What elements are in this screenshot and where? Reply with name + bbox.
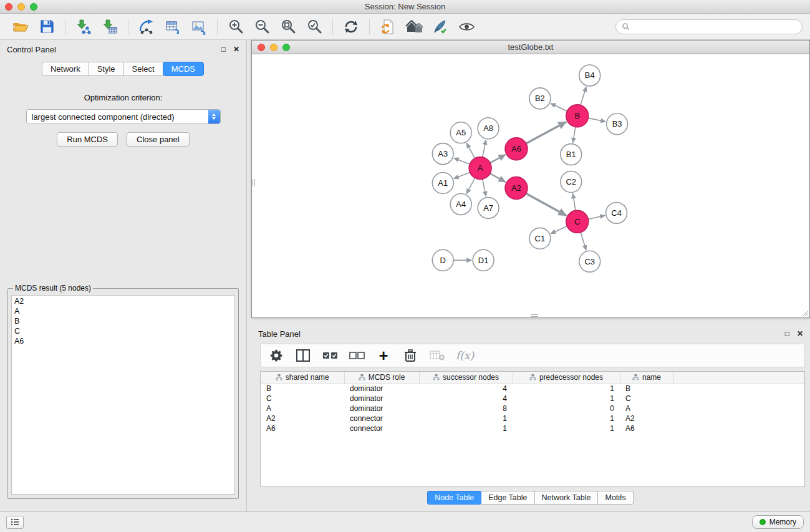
graph-edge-A6-B[interactable] — [526, 122, 566, 143]
apply-style-button[interactable] — [428, 16, 452, 38]
graph-node-A6[interactable]: A6 — [505, 138, 528, 160]
graph-node-B3[interactable]: B3 — [607, 114, 628, 135]
table-row-c[interactable]: Cdominator41C — [261, 394, 804, 404]
tab-style[interactable]: Style — [89, 62, 124, 76]
column-header-name[interactable]: name — [620, 372, 673, 384]
resize-corner-icon[interactable] — [802, 310, 809, 317]
column-header-shared-name[interactable]: shared name — [261, 372, 344, 384]
zoom-in-button[interactable] — [224, 16, 248, 38]
graph-node-A4[interactable]: A4 — [450, 193, 471, 215]
graph-edge-C-C2[interactable] — [573, 193, 576, 210]
graph-edge-A-A3[interactable] — [454, 158, 470, 164]
home-first-neighbors-button[interactable] — [402, 16, 426, 38]
zoom-window-button[interactable] — [30, 3, 37, 11]
left-grip-icon[interactable] — [253, 179, 255, 186]
graph-edge-B-B4[interactable] — [581, 87, 586, 105]
run-mcds-button[interactable]: Run MCDS — [57, 132, 118, 147]
graph-node-A1[interactable]: A1 — [432, 173, 453, 194]
refresh-view-button[interactable] — [339, 16, 363, 38]
result-item-a[interactable]: A — [14, 306, 232, 316]
graph-node-A2[interactable]: A2 — [505, 177, 528, 200]
float-panel-icon[interactable]: □ — [221, 46, 226, 53]
tab-network-table[interactable]: Network Table — [534, 491, 599, 505]
zoom-selected-button[interactable] — [302, 16, 326, 38]
result-item-b[interactable]: B — [14, 316, 232, 326]
graph-node-B4[interactable]: B4 — [579, 65, 600, 86]
graph-node-C1[interactable]: C1 — [529, 228, 551, 249]
close-window-button[interactable] — [5, 3, 12, 11]
tab-select[interactable]: Select — [123, 62, 163, 76]
network-canvas[interactable]: B4B2BB3A5A8A6B1A3AC2A1A2A4A7C4CC1C3DD1 — [252, 54, 809, 317]
new-table-button[interactable] — [161, 16, 185, 38]
graph-node-B1[interactable]: B1 — [561, 144, 582, 165]
criterion-dropdown[interactable]: largest connected component (directed) — [26, 109, 221, 124]
graph-node-D1[interactable]: D1 — [473, 249, 494, 271]
function-builder-button[interactable]: f(x) — [456, 346, 474, 365]
save-session-button[interactable] — [35, 16, 59, 38]
delete-table-button-disabled[interactable] — [429, 346, 445, 365]
bottom-grip-icon[interactable] — [531, 314, 538, 317]
graph-node-C[interactable]: C — [566, 210, 589, 233]
graph-edge-A-A1[interactable] — [454, 172, 470, 178]
column-header-successor-nodes[interactable]: successor nodes — [419, 372, 513, 384]
graph-edge-B-B2[interactable] — [551, 104, 567, 111]
graph-node-B2[interactable]: B2 — [529, 88, 551, 109]
tab-network[interactable]: Network — [42, 62, 89, 76]
graph-edge-A2-C[interactable] — [526, 193, 567, 216]
result-item-a2[interactable]: A2 — [14, 296, 232, 306]
manage-networks-button[interactable] — [376, 16, 400, 38]
graph-edge-C-C1[interactable] — [551, 226, 567, 234]
close-table-panel-icon[interactable]: ✕ — [797, 330, 803, 337]
graph-node-A[interactable]: A — [469, 157, 491, 180]
graph-edge-A-A6[interactable] — [490, 155, 505, 163]
search-input[interactable] — [633, 22, 796, 31]
new-network-button[interactable] — [135, 16, 158, 38]
table-row-a2[interactable]: A2connector11A2 — [261, 414, 804, 423]
open-file-button[interactable] — [9, 16, 32, 38]
tab-mcds[interactable]: MCDS — [163, 62, 204, 76]
minimize-window-button[interactable] — [17, 3, 25, 11]
graph-edge-A-A5[interactable] — [466, 143, 475, 158]
graph-node-C4[interactable]: C4 — [606, 202, 627, 223]
graph-node-A5[interactable]: A5 — [450, 122, 471, 143]
result-item-a6[interactable]: A6 — [14, 336, 232, 346]
graph-edge-C-C4[interactable] — [588, 215, 605, 219]
tab-motifs[interactable]: Motifs — [597, 491, 633, 505]
graph-node-A3[interactable]: A3 — [432, 143, 453, 165]
table-row-a6[interactable]: A6connector11A6 — [261, 423, 804, 433]
graph-node-A8[interactable]: A8 — [478, 118, 499, 139]
result-item-c[interactable]: C — [14, 326, 232, 336]
show-columns-button[interactable] — [295, 346, 311, 365]
tab-edge-table[interactable]: Edge Table — [481, 491, 534, 505]
close-panel-icon[interactable]: ✕ — [233, 46, 239, 53]
import-table-from-file-button[interactable] — [98, 16, 122, 38]
table-row-a[interactable]: Adominator80A — [261, 404, 804, 414]
import-network-from-file-button[interactable] — [72, 16, 95, 38]
show-panels-button[interactable] — [6, 516, 24, 529]
table-settings-button[interactable] — [268, 346, 284, 365]
column-header-mcds-role[interactable]: MCDS role — [344, 372, 419, 384]
graph-edge-A-A8[interactable] — [483, 140, 486, 157]
select-all-columns-button[interactable] — [322, 346, 338, 365]
zoom-network-button[interactable] — [282, 44, 290, 51]
graph-node-C3[interactable]: C3 — [579, 251, 600, 272]
graph-node-C2[interactable]: C2 — [561, 172, 582, 193]
export-image-button[interactable] — [187, 16, 211, 38]
graph-edge-A-A4[interactable] — [466, 178, 475, 193]
close-network-button[interactable] — [258, 44, 265, 51]
graph-edge-A-A7[interactable] — [483, 179, 486, 196]
graph-node-A7[interactable]: A7 — [478, 197, 499, 218]
graph-edge-C-C3[interactable] — [581, 233, 586, 251]
close-panel-button[interactable]: Close panel — [127, 132, 190, 147]
tab-node-table[interactable]: Node Table — [427, 491, 481, 505]
table-row-b[interactable]: Bdominator41B — [261, 384, 804, 394]
delete-column-button[interactable] — [402, 346, 418, 365]
unselect-all-columns-button[interactable] — [349, 346, 365, 365]
column-header-predecessor-nodes[interactable]: predecessor nodes — [513, 372, 620, 384]
graph-edge-B-B1[interactable] — [573, 127, 576, 143]
zoom-out-button[interactable] — [250, 16, 274, 38]
show-hide-button[interactable] — [455, 16, 478, 38]
graph-node-B[interactable]: B — [566, 105, 589, 127]
memory-button[interactable]: Memory — [752, 515, 804, 529]
graph-node-D[interactable]: D — [432, 249, 453, 271]
